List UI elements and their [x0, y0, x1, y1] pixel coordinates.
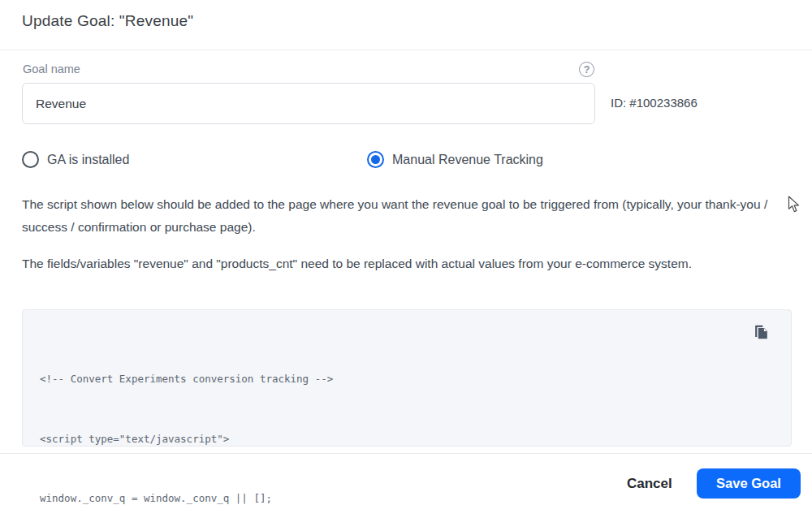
radio-circle-icon	[367, 151, 384, 168]
copy-pages-icon	[752, 323, 770, 341]
instructions-paragraph-2: The fields/variables "revenue" and "prod…	[22, 252, 795, 275]
goal-id-text: ID: #100233866	[611, 96, 698, 110]
tracking-mode-radio-group: GA is installed Manual Revenue Tracking	[0, 151, 812, 170]
radio-manual-revenue-tracking[interactable]: Manual Revenue Tracking	[367, 151, 543, 168]
instructions-paragraph-1: The script shown below should be added t…	[22, 193, 795, 238]
cancel-button[interactable]: Cancel	[615, 469, 684, 499]
radio-manual-revenue-tracking-label: Manual Revenue Tracking	[392, 153, 543, 167]
copy-code-button[interactable]	[750, 322, 771, 343]
tracking-script-code-block: <!-- Convert Experiments conversion trac…	[22, 309, 792, 447]
code-line: <script type="text/javascript">	[40, 429, 742, 450]
save-goal-button[interactable]: Save Goal	[697, 468, 801, 499]
code-line: <!-- Convert Experiments conversion trac…	[40, 369, 742, 390]
page-title: Update Goal: "Revenue"	[22, 12, 193, 30]
radio-circle-icon	[22, 151, 39, 168]
goal-name-label: Goal name	[23, 63, 80, 76]
radio-ga-installed-label: GA is installed	[47, 153, 129, 167]
update-goal-dialog: Update Goal: "Revenue" Goal name ? ID: #…	[0, 0, 812, 505]
help-icon[interactable]: ?	[579, 62, 594, 77]
footer-divider	[0, 453, 812, 454]
header-divider	[0, 50, 812, 50]
goal-name-input[interactable]	[22, 83, 595, 124]
radio-ga-installed[interactable]: GA is installed	[22, 151, 129, 168]
